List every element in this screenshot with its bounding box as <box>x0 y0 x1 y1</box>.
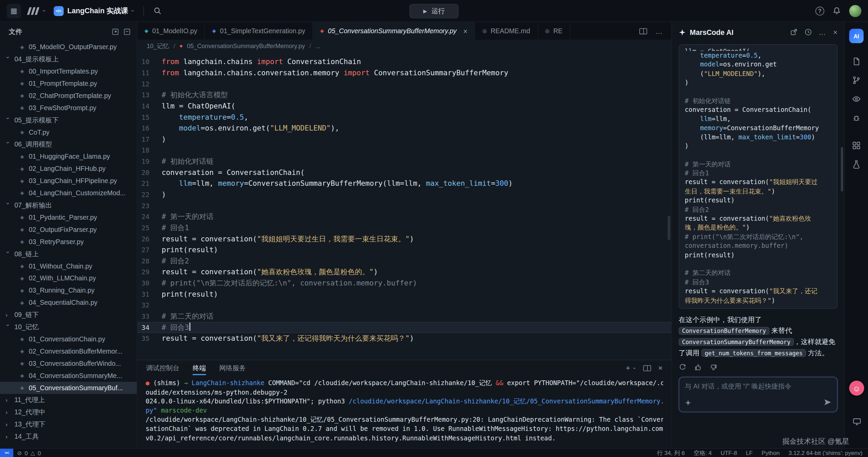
code-line[interactable]: 24# 第一天的对话 <box>137 211 672 222</box>
commands-sparkle-icon[interactable] <box>685 399 692 408</box>
tree-folder-item[interactable]: ›10_记忆 <box>0 321 137 333</box>
breadcrumb-folder[interactable]: 10_记忆 <box>147 42 169 50</box>
workspace-switcher[interactable]: </> LangChain 实战课 › <box>54 6 134 16</box>
code-line[interactable]: 33# 第二天的对话 <box>137 311 672 322</box>
tree-folder-item[interactable]: ›05_提示模板下 <box>0 114 137 126</box>
code-line[interactable]: 15 temperature=0.5, <box>137 112 672 123</box>
editor-tab[interactable]: ◎RE <box>538 22 571 40</box>
tree-file-item[interactable]: ◈02_LangChain_HFHub.py <box>0 163 137 175</box>
code-line[interactable]: 10from langchain.chains import Conversat… <box>137 56 672 67</box>
code-line[interactable]: 22) <box>137 189 672 200</box>
tree-file-item[interactable]: ◈01_HuggingFace_Llama.py <box>0 151 137 163</box>
export-chat-icon[interactable] <box>790 28 798 36</box>
code-line[interactable]: 20conversation = ConversationChain( <box>137 167 672 178</box>
code-line[interactable]: 21 llm=llm, memory=ConversationSummaryBu… <box>137 178 672 190</box>
ai-assistant-button[interactable]: AI <box>849 29 864 43</box>
code-line[interactable]: 12 <box>137 79 672 90</box>
code-line[interactable]: 13# 初始化大语言模型 <box>137 90 672 101</box>
tree-folder-item[interactable]: ›14_工具 <box>0 431 137 443</box>
tree-file-item[interactable]: ◈01_Without_Chain.py <box>0 260 137 272</box>
help-icon[interactable]: ? <box>815 6 824 15</box>
tree-file-item[interactable]: ◈02_ChatPromptTemplate.py <box>0 90 137 102</box>
code-line[interactable]: 31print(result) <box>137 289 672 300</box>
split-editor-icon[interactable] <box>639 28 647 34</box>
reveal-file-icon[interactable] <box>112 28 118 35</box>
tree-file-item[interactable]: ◈04_SequentialChain.py <box>0 297 137 309</box>
status-item[interactable]: 行 34, 列 6 <box>657 449 685 457</box>
tree-folder-item[interactable]: ›06_调用模型 <box>0 138 137 151</box>
close-panel-icon[interactable]: × <box>658 363 662 372</box>
preview-button[interactable] <box>846 90 866 108</box>
tree-folder-item[interactable]: ›12_代理中 <box>0 406 137 418</box>
ai-more-icon[interactable]: … <box>818 28 826 36</box>
tree-file-item[interactable]: ◈03_LangChain_HFPipeline.py <box>0 175 137 187</box>
status-item[interactable]: 3.12.2 64-bit ('shims': pyenv) <box>789 449 863 457</box>
close-tab-icon[interactable]: × <box>463 27 467 35</box>
tree-folder-item[interactable]: ›11_代理上 <box>0 394 137 406</box>
source-control-button[interactable] <box>846 71 866 90</box>
tree-file-item[interactable]: ◈04_LangChain_CustomizeMod... <box>0 187 137 199</box>
test-button[interactable] <box>846 155 866 174</box>
editor-tab[interactable]: ◎README.md <box>475 22 538 40</box>
avatar[interactable] <box>849 5 862 17</box>
tree-file-item[interactable]: ◈CoT.py <box>0 126 137 138</box>
breadcrumb-symbol[interactable]: ... <box>315 43 321 49</box>
tree-file-item[interactable]: ◈01_PromptTemplate.py <box>0 77 137 90</box>
ai-chat-input[interactable] <box>679 377 837 412</box>
code-line[interactable]: 28# 回合2 <box>137 256 672 267</box>
code-line[interactable]: 19# 初始化对话链 <box>137 156 672 167</box>
tree-file-item[interactable]: ◈05_ConversationSummaryBuf... <box>0 382 137 394</box>
tree-folder-item[interactable]: ›09_链下 <box>0 309 137 321</box>
code-line[interactable]: 14llm = ChatOpenAI( <box>137 101 672 112</box>
notifications-button[interactable] <box>833 7 841 15</box>
tree-folder-item[interactable]: ›13_代理下 <box>0 418 137 431</box>
remote-display-button[interactable] <box>845 417 868 426</box>
code-line[interactable]: 27print(result) <box>137 244 672 256</box>
tree-folder-item[interactable]: ›08_链上 <box>0 248 137 260</box>
more-actions-icon[interactable]: … <box>655 27 663 35</box>
tree-file-item[interactable]: ◈03_RetryParser.py <box>0 236 137 248</box>
code-line[interactable]: 25# 回合1 <box>137 222 672 234</box>
thumbs-down-icon[interactable] <box>710 363 717 371</box>
tree-file-item[interactable]: ◈01_ConversationChain.py <box>0 333 137 345</box>
tree-file-item[interactable]: ◈03_ConversationBufferWindo... <box>0 357 137 370</box>
chevron-down-icon[interactable]: › <box>632 367 638 369</box>
tree-file-item[interactable]: ◈01_Pydantic_Parser.py <box>0 211 137 223</box>
code-line[interactable]: 18 <box>137 145 672 156</box>
support-bubble[interactable]: ☺ <box>849 381 864 396</box>
chevron-down-icon[interactable]: › <box>41 10 47 12</box>
run-button[interactable]: ▶ 运行 <box>409 4 459 18</box>
ai-scrollbar[interactable] <box>841 147 843 192</box>
code-line[interactable]: 34# 回合3 <box>137 322 672 333</box>
editor-tab[interactable]: ◈01_ModelIO.py <box>137 22 205 40</box>
code-editor[interactable]: 10from langchain.chains import Conversat… <box>137 52 672 359</box>
status-item[interactable]: LF <box>746 449 753 457</box>
breadcrumb-file[interactable]: 05_ConversationSummaryBufferMemory.py <box>187 43 305 49</box>
code-line[interactable]: 26result = conversation("我姐姐明天要过生日，我需要一束… <box>137 234 672 245</box>
tree-file-item[interactable]: ◈03_FewShotPrompt.py <box>0 102 137 114</box>
status-item[interactable]: 空格: 4 <box>694 449 712 457</box>
tree-file-item[interactable]: ◈02_With_LLMChain.py <box>0 272 137 284</box>
menu-button[interactable]: ▦ <box>7 4 21 18</box>
tree-folder-item[interactable]: ›07_解析输出 <box>0 199 137 212</box>
status-item[interactable]: UTF-8 <box>720 449 737 457</box>
collapse-folders-icon[interactable] <box>124 28 130 35</box>
marscode-logo[interactable] <box>28 7 38 15</box>
tree-file-item[interactable]: ◈04_ConversationSummaryMe... <box>0 370 137 382</box>
search-button[interactable] <box>153 7 161 15</box>
close-ai-panel-icon[interactable]: × <box>833 28 837 37</box>
code-line[interactable]: 16 model=os.environ.get("LLM_MODELEND"), <box>137 123 672 134</box>
panel-tab[interactable]: 网络服务 <box>219 360 246 376</box>
code-line[interactable]: 30# print("\n第二次对话后的记忆:\n", conversation… <box>137 278 672 289</box>
ai-prompt-textarea[interactable] <box>685 382 831 399</box>
split-terminal-icon[interactable] <box>643 365 651 371</box>
regenerate-icon[interactable] <box>679 363 687 371</box>
code-line[interactable]: 11from langchain.chains.conversation.mem… <box>137 67 672 79</box>
code-line[interactable]: 23 <box>137 200 672 212</box>
status-item[interactable]: Python <box>761 449 779 457</box>
code-line[interactable]: 35result = conversation("我又来了，还记得我昨天为什么要… <box>137 333 672 344</box>
history-icon[interactable] <box>804 28 812 36</box>
editor-tab[interactable]: ◈01_SimpleTextGeneration.py <box>205 22 313 40</box>
ai-code-block[interactable]: llm = ChatOpenAI( temperature=0.5, model… <box>679 44 837 309</box>
document-button[interactable] <box>846 52 866 71</box>
